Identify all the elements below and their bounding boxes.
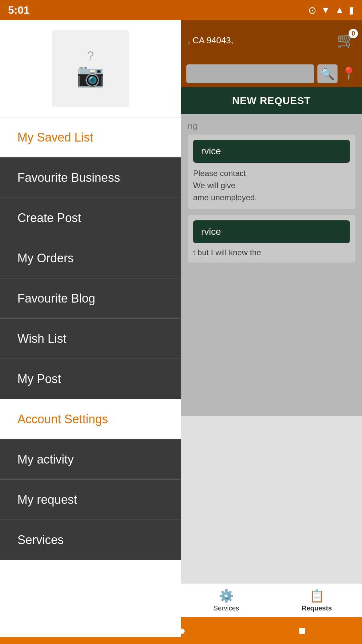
navigation-drawer: ? 📷 My Saved List Favourite Business Cre… — [0, 20, 181, 637]
menu-label-favourite-blog: Favourite Blog — [17, 291, 95, 306]
menu-label-favourite-business: Favourite Business — [17, 171, 120, 185]
service-text-1: Please contactWe will giveame unemployed… — [193, 167, 350, 204]
menu-label-wish-list: Wish List — [17, 332, 66, 346]
basket-button[interactable]: 🛒 0 — [337, 32, 355, 49]
menu-item-my-post[interactable]: My Post — [0, 359, 181, 399]
status-time: 5:01 — [8, 4, 29, 16]
service-text-2: t but I will know the — [193, 248, 350, 257]
bottom-nav: ⚙️ Services 📋 Requests — [181, 584, 362, 617]
menu-label-saved-list: My Saved List — [17, 130, 93, 145]
avatar-placeholder: ? 📷 — [52, 30, 129, 107]
notification-icon: ⊙ — [308, 4, 316, 16]
menu-item-favourite-blog[interactable]: Favourite Blog — [0, 278, 181, 319]
location-icon[interactable]: 📍 — [341, 66, 357, 81]
menu-item-account-settings[interactable]: Account Settings — [0, 399, 181, 439]
top-bar: , CA 94043, 🛒 0 — [181, 20, 362, 60]
menu-label-my-orders: My Orders — [17, 251, 74, 265]
basket-count: 0 — [349, 29, 358, 38]
search-icon: 🔍 — [320, 67, 335, 80]
camera-icon: 📷 — [76, 62, 105, 89]
menu-item-create-post[interactable]: Create Post — [0, 198, 181, 238]
menu-item-my-activity[interactable]: My activity — [0, 439, 181, 480]
service-btn-2[interactable]: rvice — [193, 220, 350, 243]
menu-label-account-settings: Account Settings — [17, 412, 108, 426]
signal-icon: ▲ — [335, 5, 344, 15]
search-button[interactable]: 🔍 — [317, 64, 338, 83]
menu-item-saved-list[interactable]: My Saved List — [0, 117, 181, 158]
menu-item-my-orders[interactable]: My Orders — [0, 238, 181, 278]
search-input-bg — [186, 64, 314, 83]
service-card-2: rvice t but I will know the — [188, 215, 355, 263]
question-icon: ? — [87, 49, 94, 63]
menu-label-my-request: My request — [17, 493, 77, 507]
requests-label: Requests — [302, 604, 332, 612]
nav-services[interactable]: ⚙️ Services — [181, 589, 272, 612]
status-bar: 5:01 ⊙ ▼ ▲ ▮ — [0, 0, 362, 20]
status-icons: ⊙ ▼ ▲ ▮ — [308, 4, 354, 16]
services-label: Services — [214, 604, 239, 612]
address-text: , CA 94043, — [188, 35, 333, 46]
menu-label-create-post: Create Post — [17, 211, 81, 225]
menu-label-my-activity: My activity — [17, 452, 74, 467]
new-request-label: NEW REQUEST — [232, 95, 311, 106]
services-icon: ⚙️ — [219, 589, 234, 603]
wifi-icon: ▼ — [321, 5, 330, 15]
service-card-1: rvice Please contactWe will giveame unem… — [188, 135, 355, 209]
menu-item-favourite-business[interactable]: Favourite Business — [0, 158, 181, 198]
battery-icon: ▮ — [349, 5, 354, 16]
menu-item-wish-list[interactable]: Wish List — [0, 319, 181, 359]
new-request-bar[interactable]: NEW REQUEST — [181, 87, 362, 114]
nav-requests[interactable]: 📋 Requests — [272, 589, 362, 612]
menu-item-services[interactable]: Services — [0, 520, 181, 560]
requests-icon: 📋 — [309, 589, 324, 603]
service-btn-1[interactable]: rvice — [193, 140, 350, 163]
menu-item-my-request[interactable]: My request — [0, 480, 181, 520]
bg-text-1: ng — [188, 121, 355, 131]
menu-label-my-post: My Post — [17, 372, 61, 386]
drawer-profile: ? 📷 — [0, 20, 181, 117]
bg-gray-area: ng rvice Please contactWe will giveame u… — [181, 114, 362, 416]
menu-label-services: Services — [17, 533, 64, 547]
search-bar: 🔍 📍 — [181, 60, 362, 87]
recents-button[interactable]: ■ — [298, 624, 306, 638]
